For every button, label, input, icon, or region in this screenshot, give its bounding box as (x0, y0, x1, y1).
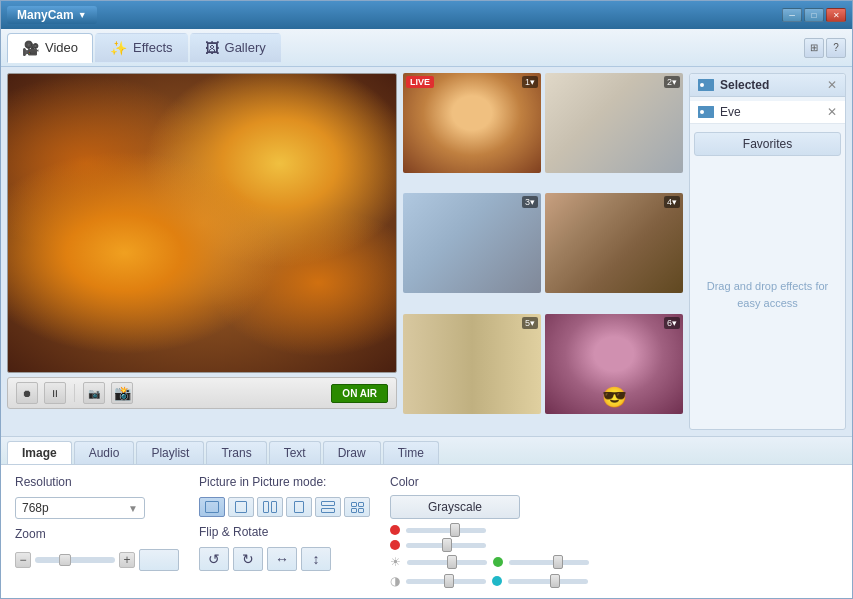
color-slider-3b[interactable] (509, 560, 589, 565)
color-slider-4b[interactable] (508, 579, 588, 584)
flip-v-btn[interactable]: ↕ (301, 547, 331, 571)
maximize-button[interactable]: □ (804, 8, 824, 22)
pip-shape-6a (351, 502, 357, 507)
record-button[interactable]: ⏺ (16, 382, 38, 404)
thumb-3-num: 3▾ (522, 196, 538, 208)
thumb-2[interactable]: 2▾ (545, 73, 683, 173)
selected-panel-icon (698, 79, 714, 91)
pip-shape-3b (271, 501, 277, 513)
pause-button[interactable]: ⏸ (44, 382, 66, 404)
flip-h-btn[interactable]: ↔ (267, 547, 297, 571)
color-slider-1[interactable] (406, 528, 486, 533)
camera-button[interactable]: 📸 (111, 382, 133, 404)
color-row-red (390, 540, 838, 550)
thumb-img-2 (545, 73, 683, 173)
cyan-dot (492, 576, 502, 586)
tab-trans[interactable]: Trans (206, 441, 266, 464)
titlebar: ManyCam ▼ ─ □ ✕ (1, 1, 852, 29)
tab-draw[interactable]: Draw (323, 441, 381, 464)
snapshot-button[interactable]: 📷 (83, 382, 105, 404)
rotate-cw-btn[interactable]: ↻ (233, 547, 263, 571)
svg-point-1 (700, 83, 704, 87)
pip-btn-6[interactable] (344, 497, 370, 517)
rotate-ccw-btn[interactable]: ↺ (199, 547, 229, 571)
help-btn[interactable]: ? (826, 38, 846, 58)
menu-bar: 🎥 Video ✨ Effects 🖼 Gallery ⊞ ? (1, 29, 852, 67)
video-controls-bar: ⏺ ⏸ 📷 📸 ON AIR (7, 377, 397, 409)
tab-text[interactable]: Text (269, 441, 321, 464)
flip-buttons: ↺ ↻ ↔ ↕ (199, 547, 370, 571)
color-thumb-3b[interactable] (553, 555, 563, 569)
controls-area: Resolution 768p ▼ Zoom − + Picture in Pi… (1, 464, 852, 598)
pip-btn-4[interactable] (286, 497, 312, 517)
thumb-1[interactable]: LIVE 1▾ (403, 73, 541, 173)
color-row-contrast: ◑ (390, 574, 838, 588)
zoom-slider-thumb[interactable] (59, 554, 71, 566)
color-slider-3[interactable] (407, 560, 487, 565)
thumb-2-num: 2▾ (664, 76, 680, 88)
view-toggle-btn[interactable]: ⊞ (804, 38, 824, 58)
resolution-select[interactable]: 768p ▼ (15, 497, 145, 519)
item-remove[interactable]: ✕ (827, 105, 837, 119)
zoom-plus-btn[interactable]: + (119, 552, 135, 568)
pip-shape-2 (235, 501, 247, 513)
color-thumb-1[interactable] (450, 523, 460, 537)
pip-shape-6c (351, 508, 357, 513)
pip-btn-5[interactable] (315, 497, 341, 517)
video-tab-label: Video (45, 40, 78, 55)
color-slider-2[interactable] (406, 543, 486, 548)
pip-shape-4 (294, 501, 304, 513)
favorites-header[interactable]: Favorites (694, 132, 841, 156)
color-thumb-3[interactable] (447, 555, 457, 569)
thumbnail-grid: LIVE 1▾ 2▾ 3▾ 4▾ 5▾ 6▾ (403, 73, 683, 430)
main-window: ManyCam ▼ ─ □ ✕ 🎥 Video ✨ Effects 🖼 Gall… (0, 0, 853, 599)
thumb-img-3 (403, 193, 541, 293)
main-video-panel: ⏺ ⏸ 📷 📸 ON AIR (7, 73, 397, 430)
close-button[interactable]: ✕ (826, 8, 846, 22)
pip-btn-1[interactable] (199, 497, 225, 517)
tab-audio[interactable]: Audio (74, 441, 135, 464)
onair-button[interactable]: ON AIR (331, 384, 388, 403)
controls-separator (74, 384, 75, 402)
color-row-red-top (390, 525, 838, 535)
minimize-button[interactable]: ─ (782, 8, 802, 22)
zoom-slider[interactable] (35, 557, 115, 563)
thumb-5[interactable]: 5▾ (403, 314, 541, 414)
app-title[interactable]: ManyCam ▼ (7, 6, 97, 24)
favorites-section: Favorites Drag and drop effects for easy… (690, 128, 845, 429)
resolution-value: 768p (22, 501, 49, 515)
video-preview[interactable] (7, 73, 397, 373)
color-thumb-2[interactable] (442, 538, 452, 552)
resolution-section: Resolution 768p ▼ Zoom − + (15, 475, 179, 588)
tab-image[interactable]: Image (7, 441, 72, 464)
pip-shape-6-wrap (351, 502, 364, 513)
gallery-tab-icon: 🖼 (205, 40, 219, 56)
tab-gallery[interactable]: 🖼 Gallery (190, 33, 281, 63)
menu-right-buttons: ⊞ ? (804, 38, 846, 58)
pip-section: Picture in Picture mode: (199, 475, 370, 588)
tab-effects[interactable]: ✨ Effects (95, 33, 188, 63)
color-thumb-4b[interactable] (550, 574, 560, 588)
tab-playlist[interactable]: Playlist (136, 441, 204, 464)
thumb-6[interactable]: 6▾ 😎 (545, 314, 683, 414)
selected-item-eve[interactable]: Eve ✕ (690, 101, 845, 124)
color-sliders: ☀ ◑ (390, 525, 838, 588)
color-slider-4[interactable] (406, 579, 486, 584)
zoom-row: − + (15, 549, 179, 571)
tab-video[interactable]: 🎥 Video (7, 33, 93, 63)
pip-btn-3[interactable] (257, 497, 283, 517)
color-thumb-4[interactable] (444, 574, 454, 588)
zoom-value-box (139, 549, 179, 571)
thumb-3[interactable]: 3▾ (403, 193, 541, 293)
thumb-4[interactable]: 4▾ (545, 193, 683, 293)
tab-time[interactable]: Time (383, 441, 439, 464)
gallery-tab-label: Gallery (225, 40, 266, 55)
selected-close[interactable]: ✕ (827, 78, 837, 92)
effects-tab-label: Effects (133, 40, 173, 55)
pip-btn-2[interactable] (228, 497, 254, 517)
pip-label: Picture in Picture mode: (199, 475, 370, 489)
color-section: Color Grayscale (390, 475, 838, 588)
green-dot (493, 557, 503, 567)
grayscale-button[interactable]: Grayscale (390, 495, 520, 519)
zoom-minus-btn[interactable]: − (15, 552, 31, 568)
